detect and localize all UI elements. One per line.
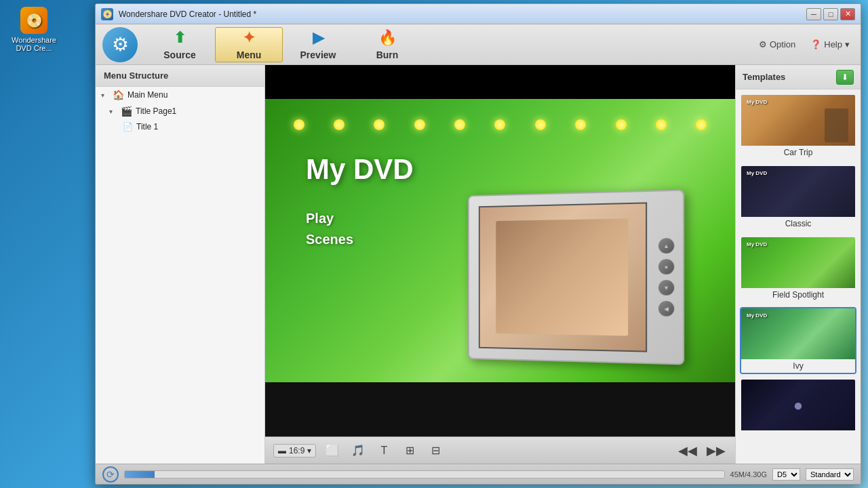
preview-ctrl-1[interactable]: ⬜: [323, 441, 342, 460]
right-panel: Templates ⬇ My DVD Car Trip My DVD: [735, 65, 861, 464]
dvd-screen-inner: [479, 202, 647, 352]
dvd-control-2: ●: [658, 259, 674, 274]
burn-icon: 🔥: [378, 29, 397, 47]
desktop-icon-label: Wondershare DVD Cre...: [12, 36, 56, 52]
black-bar-bottom: [265, 382, 735, 436]
source-button[interactable]: ⬆ Source: [146, 27, 214, 62]
template-thumb-classic: My DVD: [741, 166, 855, 217]
tree-item-title1[interactable]: 📄 Title 1: [96, 119, 264, 134]
aspect-ratio-value: 16:9: [289, 446, 304, 455]
tree-item-title-page1[interactable]: ▾ 🎬 Title Page1: [96, 103, 264, 119]
templates-panel-header: Templates ⬇: [736, 65, 861, 89]
expand-icon-2: ▾: [109, 108, 117, 115]
dvd-side-controls: ▲ ● ▼ ◀: [658, 238, 674, 317]
source-label: Source: [163, 49, 195, 60]
template-thumb-field-spotlight: My DVD: [741, 237, 855, 288]
light-9: [616, 119, 627, 130]
template-label-mystery: [741, 430, 855, 434]
car-trip-dvd-label: My DVD: [747, 99, 767, 105]
help-chevron-icon: ▾: [845, 39, 850, 49]
preview-button[interactable]: ▶ Preview: [284, 27, 352, 62]
dvd-screen-container: ▲ ● ▼ ◀: [464, 192, 681, 362]
templates-title: Templates: [743, 72, 785, 82]
main-menu-folder-icon: 🏠: [113, 89, 124, 100]
light-1: [294, 119, 304, 130]
status-progress-icon: ⟳: [102, 466, 119, 483]
template-mystery[interactable]: ●: [740, 378, 856, 436]
desktop-icon-dvd[interactable]: 📀 Wondershare DVD Cre...: [7, 7, 61, 52]
download-templates-button[interactable]: ⬇: [836, 70, 854, 85]
light-5: [454, 119, 465, 130]
light-11: [696, 119, 707, 130]
app-icon: 📀: [101, 8, 113, 20]
title1-label: Title 1: [136, 122, 158, 131]
dvd-control-3: ▼: [658, 280, 674, 296]
main-content: Menu Structure ▾ 🏠 Main Menu ▾ 🎬 Title P…: [96, 65, 861, 464]
option-label: Option: [770, 39, 795, 49]
main-menu-label: Main Menu: [127, 90, 167, 100]
preview-ctrl-3[interactable]: T: [374, 441, 393, 460]
preview-ctrl-2[interactable]: 🎵: [349, 441, 368, 460]
menu-button[interactable]: ✦ Menu: [215, 27, 283, 62]
close-button[interactable]: ✕: [840, 8, 855, 20]
quality-dropdown[interactable]: Standard High: [806, 468, 854, 481]
status-progress-fill: [125, 471, 155, 478]
dvd-menu-items: Play Scenes: [306, 211, 353, 253]
title-page1-label: Title Page1: [136, 106, 176, 116]
aspect-ratio-button[interactable]: ▬ 16:9 ▾: [273, 444, 316, 458]
template-label-ivy: Ivy: [741, 359, 855, 373]
template-classic[interactable]: My DVD Classic: [740, 165, 856, 232]
menu-icon: ✦: [243, 29, 255, 47]
dvd-screen-image: [480, 203, 646, 350]
title1-page-icon: 📄: [123, 122, 133, 131]
status-bar: ⟳ 45M/4.30G D5 D9 Standard High: [96, 464, 861, 484]
lights-bar: [265, 119, 735, 130]
preview-area: My DVD Play Scenes ▲: [265, 65, 735, 464]
template-ivy[interactable]: My DVD Ivy: [740, 307, 856, 374]
aspect-ratio-dropdown-icon: ▾: [307, 446, 311, 455]
dvd-screen-photo: [496, 219, 628, 336]
burn-label: Burn: [376, 49, 399, 60]
light-7: [535, 119, 546, 130]
status-disc-select: D5 D9: [772, 468, 800, 481]
template-car-trip[interactable]: My DVD Car Trip: [740, 94, 856, 161]
dvd-control-1: ▲: [658, 238, 674, 253]
templates-list: My DVD Car Trip My DVD Classic My DVD: [736, 89, 861, 464]
car-trip-person: [825, 108, 848, 142]
dvd-menu-play: Play: [306, 211, 353, 226]
preview-icon: ▶: [313, 29, 324, 47]
dvd-control-4: ◀: [658, 301, 674, 317]
preview-ctrl-4[interactable]: ⊞: [400, 441, 419, 460]
option-gear-icon: ⚙: [759, 39, 767, 49]
left-panel: Menu Structure ▾ 🏠 Main Menu ▾ 🎬 Title P…: [96, 65, 265, 464]
tree-item-main-menu[interactable]: ▾ 🏠 Main Menu: [96, 87, 264, 103]
status-progress-bar: [124, 470, 725, 479]
light-10: [656, 119, 667, 130]
template-field-spotlight[interactable]: My DVD Field Spotlight: [740, 236, 856, 303]
option-button[interactable]: ⚙ Option: [755, 37, 800, 52]
prev-nav-button[interactable]: ◀◀: [677, 441, 698, 460]
light-6: [494, 119, 505, 130]
template-label-classic: Classic: [741, 217, 855, 230]
title-page-film-icon: 🎬: [121, 106, 132, 117]
burn-button[interactable]: 🔥 Burn: [353, 27, 421, 62]
ivy-dvd-label: My DVD: [747, 312, 767, 319]
menu-structure-header: Menu Structure: [96, 65, 264, 87]
light-3: [374, 119, 384, 130]
template-thumb-mystery: ●: [741, 380, 855, 430]
field-spotlight-dvd-label: My DVD: [747, 241, 767, 247]
dvd-creator-desktop-icon: 📀: [20, 7, 47, 34]
maximize-button[interactable]: □: [823, 8, 838, 20]
help-label: Help: [824, 39, 842, 49]
dvd-title-text: My DVD: [306, 153, 414, 186]
next-nav-button[interactable]: ▶▶: [705, 441, 727, 460]
minimize-button[interactable]: ─: [806, 8, 821, 20]
template-thumb-ivy: My DVD: [741, 308, 855, 359]
light-8: [575, 119, 586, 130]
app-title: Wondershare DVD Creator - Untitled *: [119, 9, 256, 19]
help-button[interactable]: ❓ Help ▾: [806, 37, 854, 52]
preview-ctrl-5[interactable]: ⊟: [426, 441, 445, 460]
title-bar-controls: ─ □ ✕: [806, 8, 855, 20]
light-2: [334, 119, 344, 130]
disc-type-dropdown[interactable]: D5 D9: [772, 468, 800, 481]
